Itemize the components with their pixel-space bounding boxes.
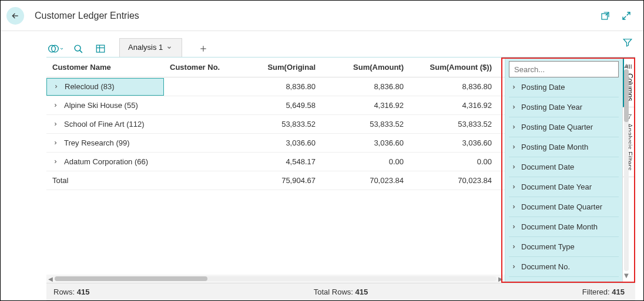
scroll-up-arrow[interactable]: ▲ bbox=[622, 61, 630, 69]
scroll-thumb[interactable] bbox=[55, 276, 207, 281]
cell-sum-amount-usd: 0.00 bbox=[417, 157, 505, 166]
scroll-right-arrow[interactable]: ► bbox=[497, 275, 505, 283]
field-label: Posting Date Quarter bbox=[521, 123, 593, 131]
column-header-sum-amount[interactable]: Sum(Amount) bbox=[328, 63, 417, 72]
field-search-input[interactable] bbox=[509, 61, 619, 77]
cell-customer-name: Alpine Ski House (55) bbox=[64, 101, 138, 110]
scroll-down-arrow[interactable]: ▼ bbox=[622, 271, 630, 279]
cell-customer-name: Trey Research (99) bbox=[64, 138, 130, 147]
plus-icon bbox=[199, 45, 207, 53]
cell-sum-original: 4,548.17 bbox=[240, 157, 328, 166]
filtered-summary: Filtered: 415 bbox=[582, 288, 625, 296]
cell-sum-amount-usd: 4,316.92 bbox=[417, 101, 505, 110]
chevron-right-icon bbox=[511, 84, 516, 90]
field-item[interactable]: Document Type bbox=[509, 237, 619, 257]
svg-point-3 bbox=[75, 45, 80, 51]
filter-pane-toggle[interactable] bbox=[621, 36, 634, 49]
page-header: Customer Ledger Entries bbox=[1, 1, 643, 31]
field-list: Posting Date Posting Date Year Posting D… bbox=[509, 77, 619, 277]
column-header-customer-name[interactable]: Customer Name bbox=[46, 63, 164, 72]
tab-label: Analysis 1 bbox=[128, 43, 163, 52]
chevron-down-icon bbox=[59, 46, 64, 51]
field-item[interactable]: Posting Date bbox=[509, 77, 619, 97]
field-label: Posting Date Month bbox=[521, 143, 588, 151]
column-header-customer-no[interactable]: Customer No. bbox=[164, 63, 240, 72]
field-item[interactable]: Document Date bbox=[509, 157, 619, 177]
table-row[interactable]: Relecloud (83) 8,836.80 8,836.80 8,836.8… bbox=[46, 77, 505, 96]
expand-chevron-icon[interactable] bbox=[53, 84, 59, 90]
tab-analysis-1[interactable]: Analysis 1 bbox=[119, 38, 182, 57]
field-item[interactable]: Document Date Year bbox=[509, 177, 619, 197]
back-button[interactable] bbox=[6, 7, 24, 25]
field-item[interactable]: Posting Date Year bbox=[509, 97, 619, 117]
cell-sum-amount-usd: 3,036.60 bbox=[417, 138, 505, 147]
toolbar: Analysis 1 bbox=[1, 31, 643, 57]
cell-customer-name: School of Fine Art (112) bbox=[64, 120, 145, 128]
new-tab-button[interactable] bbox=[195, 40, 212, 57]
field-label: Document Date Quarter bbox=[521, 202, 602, 211]
column-chooser-panel: Posting Date Posting Date Year Posting D… bbox=[505, 58, 622, 283]
search-button[interactable] bbox=[70, 40, 86, 57]
chevron-down-icon bbox=[166, 45, 172, 50]
svg-rect-4 bbox=[96, 45, 105, 52]
field-item[interactable]: Document No. bbox=[509, 257, 619, 277]
scroll-left-arrow[interactable]: ◄ bbox=[46, 275, 55, 283]
field-item[interactable]: Document Date Quarter bbox=[509, 197, 619, 217]
chevron-right-icon bbox=[511, 224, 516, 229]
funnel-icon bbox=[622, 37, 633, 48]
cell-sum-amount: 0.00 bbox=[328, 157, 417, 166]
total-row: Total 75,904.67 70,023.84 70,023.84 bbox=[46, 171, 505, 190]
cell-sum-amount: 3,036.60 bbox=[328, 138, 417, 147]
table-row[interactable]: School of Fine Art (112) 53,833.52 53,83… bbox=[46, 115, 505, 134]
view-options-button[interactable] bbox=[92, 40, 109, 57]
table-row[interactable]: Adatum Corporation (66) 4,548.17 0.00 0.… bbox=[46, 153, 505, 171]
analysis-mode-button[interactable] bbox=[48, 40, 64, 57]
rows-summary: Rows: 415 bbox=[53, 288, 89, 296]
horizontal-scrollbar[interactable]: ◄ ► bbox=[46, 275, 505, 283]
column-header-sum-original[interactable]: Sum(Original bbox=[240, 63, 328, 72]
expand-chevron-icon[interactable] bbox=[52, 121, 58, 127]
open-new-window-button[interactable] bbox=[599, 9, 612, 22]
cell-sum-amount: 8,836.80 bbox=[328, 82, 417, 91]
total-sum-original: 75,904.67 bbox=[240, 176, 328, 185]
field-item[interactable]: Posting Date Month bbox=[509, 137, 619, 157]
cell-sum-original: 3,036.60 bbox=[240, 138, 328, 147]
column-header-sum-amount-usd[interactable]: Sum(Amount ($)) bbox=[417, 63, 505, 72]
cell-sum-amount: 4,316.92 bbox=[328, 101, 417, 110]
chevron-right-icon bbox=[511, 244, 516, 249]
table-row[interactable]: Alpine Ski House (55) 5,649.58 4,316.92 … bbox=[46, 96, 505, 115]
total-sum-amount-usd: 70,023.84 bbox=[417, 176, 505, 185]
expand-chevron-icon[interactable] bbox=[52, 103, 58, 109]
table-row[interactable]: Trey Research (99) 3,036.60 3,036.60 3,0… bbox=[46, 134, 505, 153]
total-rows-summary: Total Rows: 415 bbox=[314, 288, 368, 296]
grid-icon bbox=[95, 43, 106, 54]
vertical-scrollbar[interactable]: ▲ ▼ bbox=[622, 61, 630, 279]
content-area: Customer Name Customer No. Sum(Original … bbox=[46, 57, 635, 283]
collapse-button[interactable] bbox=[620, 9, 633, 22]
search-icon bbox=[73, 44, 83, 54]
expand-chevron-icon[interactable] bbox=[52, 159, 58, 165]
status-bar: Rows: 415 Total Rows: 415 Filtered: 415 bbox=[46, 283, 635, 300]
popout-icon bbox=[600, 11, 611, 21]
scroll-thumb[interactable] bbox=[624, 69, 629, 122]
cell-sum-original: 53,833.52 bbox=[240, 120, 328, 128]
chevron-right-icon bbox=[511, 164, 516, 170]
cell-sum-amount-usd: 53,833.52 bbox=[417, 120, 505, 128]
cell-customer-name: Relecloud (83) bbox=[65, 82, 115, 91]
arrow-left-icon bbox=[11, 11, 20, 21]
cell-sum-original: 5,649.58 bbox=[240, 101, 328, 110]
expand-chevron-icon[interactable] bbox=[52, 140, 58, 146]
cell-sum-original: 8,836.80 bbox=[240, 82, 328, 91]
field-label: Document Date Year bbox=[521, 182, 592, 191]
field-item[interactable]: Document Date Month bbox=[509, 217, 619, 237]
collapse-icon bbox=[621, 11, 632, 21]
cell-customer-name: Adatum Corporation (66) bbox=[64, 157, 148, 166]
chevron-right-icon bbox=[511, 204, 516, 209]
field-item[interactable]: Posting Date Quarter bbox=[509, 117, 619, 137]
data-grid: Customer Name Customer No. Sum(Original … bbox=[46, 58, 505, 283]
grid-filler bbox=[46, 190, 505, 275]
field-label: Posting Date bbox=[521, 83, 565, 92]
field-label: Document Date Month bbox=[521, 222, 598, 231]
pivot-icon bbox=[48, 43, 59, 55]
column-headers: Customer Name Customer No. Sum(Original … bbox=[46, 58, 505, 77]
